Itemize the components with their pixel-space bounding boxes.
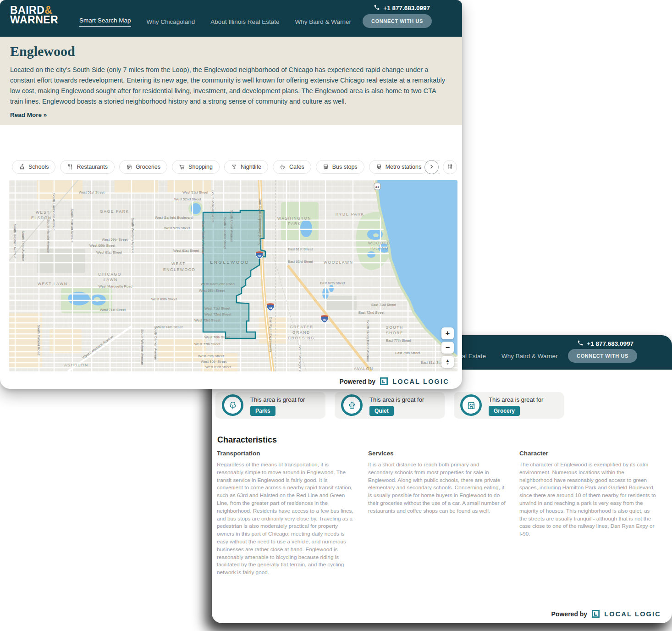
map-label: LAWN [104, 277, 118, 282]
map-label: East 63rd Street [288, 260, 314, 264]
column-title: Transportation [217, 450, 354, 457]
bus-icon [323, 164, 329, 170]
cactus-icon [347, 400, 357, 410]
front-phone-link[interactable]: +1 877.683.0997 [374, 4, 430, 12]
nav-link-why-baird-warner[interactable]: Why Baird & Warner [501, 353, 558, 360]
map-label: CHICAGO [98, 272, 121, 277]
chip-label: Shopping [188, 164, 213, 170]
chip-label: Restaurants [77, 164, 107, 170]
storefront-icon [126, 164, 132, 170]
map-label: East 77th Street [386, 338, 411, 343]
map-label: South Western Avenue [140, 329, 144, 365]
map-label: ASHBURN [64, 363, 88, 367]
map-label: West 69th Street [151, 297, 177, 301]
map-label: West 51st Street [79, 190, 105, 194]
poi-filter-chips: SchoolsRestaurantsGroceriesShoppingNight… [12, 160, 440, 175]
front-nav-links: Smart Search MapWhy ChicagolandAbout Ill… [79, 0, 351, 37]
map-label: West Garfield Boulevard [155, 216, 193, 220]
map-label: HYDE PARK [336, 212, 364, 216]
read-more-link[interactable]: Read More » [10, 111, 47, 118]
map-label: East 67th Street [320, 281, 345, 285]
column-title: Character [519, 450, 657, 457]
filter-chip-shopping[interactable]: Shopping [172, 160, 220, 174]
cactus-icon [341, 394, 363, 416]
area-card-text: This area is great for [489, 396, 543, 403]
map-label: West Marquette Road [201, 282, 235, 286]
area-card-quiet: This area is great forQuiet [335, 392, 445, 419]
characteristics-column-transportation: TransportationRegardless of the means of… [217, 450, 354, 576]
nav-link-why-chicagoland[interactable]: Why Chicagoland [147, 18, 195, 25]
filter-chip-groceries[interactable]: Groceries [119, 160, 167, 174]
column-text: The character of Englewood is exemplifie… [519, 461, 657, 538]
svg-text:41: 41 [375, 185, 379, 189]
connect-with-us-button[interactable]: CONNECT WITH US [568, 349, 637, 363]
back-attribution: Powered by LOCAL LOGIC [551, 609, 661, 618]
map-label: WOODLAWN [324, 260, 353, 265]
map-label: Dan Ryan Expressway [269, 317, 273, 352]
map-label: West 61st Street [173, 249, 199, 253]
chip-label: Bus stops [332, 164, 358, 170]
svg-text:94: 94 [269, 306, 272, 310]
neighborhood-map[interactable]: WESTELSDONGAGE PARKCHICAGOLAWNWEST LAWNA… [9, 180, 457, 371]
filters-button[interactable] [443, 160, 457, 174]
area-card-text: This area is great for [369, 396, 424, 403]
chip-label: Groceries [136, 164, 160, 170]
map-label: South Union Avenue [230, 210, 234, 242]
cocktail-icon [231, 164, 237, 170]
nav-link-about-illinois-real-estate[interactable]: About Illinois Real Estate [210, 18, 279, 25]
filter-chip-metro-stations[interactable]: Metro stations [369, 160, 429, 174]
phone-icon [577, 340, 584, 348]
neighborhood-hero: Englewood Located on the city’s South Si… [0, 37, 462, 125]
chip-label: Schools [28, 164, 49, 170]
map-label: South Morgan Street [211, 190, 215, 223]
column-title: Services [368, 450, 506, 457]
characteristics-column-character: CharacterThe character of Englewood is e… [519, 450, 657, 576]
map-label: West 51st Street [182, 190, 209, 194]
phone-number: +1 877.683.0997 [587, 340, 633, 347]
characteristics-heading: Characteristics [217, 435, 277, 445]
map-label: West 59th Street [102, 238, 128, 242]
zoom-in-button[interactable]: + [441, 327, 454, 339]
map-label: West 57th Street [164, 226, 190, 230]
map-label: West 79th Street [198, 354, 224, 358]
baird-warner-logo[interactable]: BAIRD& WARNER [10, 6, 58, 25]
area-card-grocery: This area is great forGrocery [454, 392, 564, 419]
svg-text:90: 90 [258, 255, 261, 258]
powered-by-text: Powered by [551, 610, 588, 618]
map-label: South Homan Avenue [70, 209, 74, 243]
filter-chip-bus-stops[interactable]: Bus stops [316, 160, 364, 174]
nav-link-smart-search-map[interactable]: Smart Search Map [79, 17, 131, 27]
front-top-nav: BAIRD& WARNER Smart Search MapWhy Chicag… [0, 0, 462, 37]
map-label: West 72nd Street [204, 312, 231, 316]
map-canvas: WESTELSDONGAGE PARKCHICAGOLAWNWEST LAWNA… [9, 180, 457, 371]
front-attribution: Powered by LOCAL LOGIC [340, 377, 449, 386]
map-label: West 74th Street [157, 325, 183, 329]
local-logic-logo-icon [380, 377, 388, 386]
nav-link-why-baird-warner[interactable]: Why Baird & Warner [295, 18, 351, 25]
map-label: West 76th Street [204, 335, 231, 339]
filter-chip-schools[interactable]: Schools [12, 160, 55, 174]
route-shield-41: 41 [374, 183, 380, 190]
back-phone-link[interactable]: +1 877.683.0997 [577, 340, 633, 348]
svg-text:90: 90 [323, 318, 326, 321]
filter-chip-nightlife[interactable]: Nightlife [224, 160, 268, 174]
filter-chip-restaurants[interactable]: Restaurants [60, 160, 114, 174]
zoom-out-button[interactable]: − [441, 342, 454, 354]
powered-by-text: Powered by [340, 378, 376, 385]
map-label: South Kostner Avenue [13, 224, 17, 258]
compass-button[interactable]: ▲▼ [441, 356, 454, 368]
map-label: West 71st Street [204, 306, 231, 310]
map-label: ENGLEWOOD [210, 260, 249, 265]
chips-scroll-right-button[interactable] [424, 160, 439, 174]
connect-with-us-button[interactable]: CONNECT WITH US [363, 14, 432, 28]
map-label: CROSSING [288, 336, 314, 340]
map-label: South Pulaski Road [37, 325, 41, 355]
map-label: South Lawndale Avenue [52, 193, 56, 231]
filter-chip-cafes[interactable]: Cafes [273, 160, 311, 174]
phone-number: +1 877.683.0997 [383, 5, 430, 11]
characteristics-column-services: ServicesIt is a short distance to reach … [368, 450, 506, 576]
map-label: South Tripp Avenue [21, 231, 25, 261]
area-card-text: This area is great for [250, 396, 305, 403]
map-label: WEST LAWN [38, 282, 67, 286]
map-label: East 79th Street [395, 351, 420, 355]
